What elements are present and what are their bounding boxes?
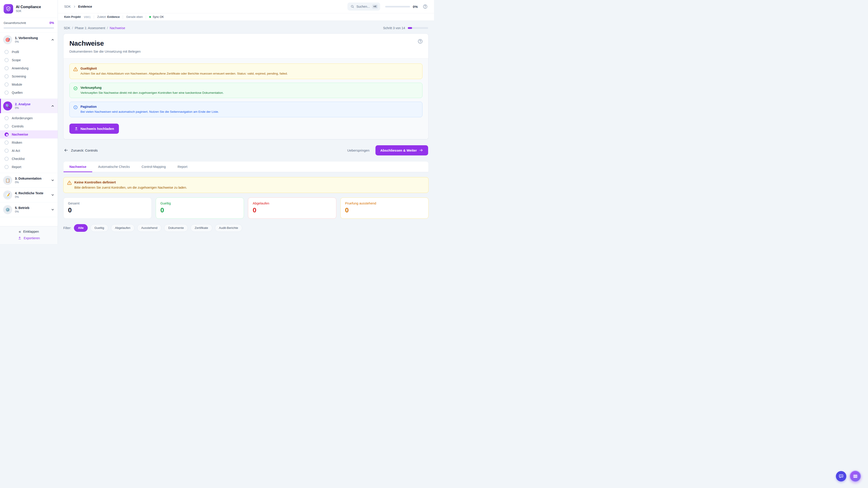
radio-icon <box>4 66 8 70</box>
filter-pill-gueltig[interactable]: Gueltig <box>90 224 108 232</box>
version-badge: V001 <box>84 15 91 19</box>
memo-pencil-icon: 📝 <box>3 191 12 199</box>
phase-percent: 0% <box>15 181 48 184</box>
upload-evidence-button[interactable]: Nachweis hochladen <box>69 124 119 134</box>
chevron-right-icon <box>73 5 76 8</box>
arrow-left-icon <box>64 148 68 153</box>
sidebar-item-profil[interactable]: Profil <box>0 48 58 56</box>
sync-status: Sync OK <box>149 15 164 19</box>
topbar-progress-value: 0% <box>413 5 418 8</box>
topbar-progress-track <box>385 6 410 7</box>
project-name: Kein Projekt <box>64 15 81 19</box>
chevron-up-icon <box>51 104 55 108</box>
sidebar-item-module[interactable]: Module <box>0 80 58 89</box>
chevron-down-icon <box>51 208 55 212</box>
phase-label: 4. Rechtliche Texte <box>15 191 48 195</box>
help-icon[interactable] <box>423 4 428 9</box>
phase-percent: 0% <box>15 40 48 43</box>
page-breadcrumb: SDK / Phase 1: Assessment / Nachweise <box>64 26 125 30</box>
sidebar-item-controls[interactable]: Controls <box>0 122 58 130</box>
tab-control-mapping[interactable]: Control-Mapping <box>135 162 172 172</box>
stat-gesamt: Gesamt 0 <box>63 197 152 219</box>
sidebar-item-risiken[interactable]: Risiken <box>0 138 58 147</box>
sidebar-item-anforderungen[interactable]: Anforderungen <box>0 114 58 122</box>
phase-label: 1. Vorbereitung <box>15 36 48 40</box>
callout-pagination: Pagination Bei vielen Nachweisen wird au… <box>69 102 423 117</box>
radio-selected-icon <box>4 132 8 136</box>
sync-ok-dot-icon <box>149 16 151 18</box>
magnifier-icon: 🔍 <box>3 101 12 110</box>
phase-header-betrieb[interactable]: ⚙️ 5. Betrieb 0% <box>0 202 58 217</box>
phase-label: 5. Betrieb <box>15 206 48 210</box>
step-progress-fill <box>408 27 412 29</box>
step-indicator: Schritt 3 von 14 <box>383 26 428 30</box>
sidebar-item-screening[interactable]: Screening <box>0 72 58 80</box>
divider <box>94 15 94 19</box>
main-area: SDK Evidence Suchen... ⌘K 0% Kein Projek… <box>58 0 434 244</box>
tab-bar: Nachweise Automatische Checks Control-Ma… <box>63 161 429 172</box>
breadcrumb-current-page: Nachweise <box>110 26 125 30</box>
complete-next-button[interactable]: Abschliessen & Weiter <box>375 145 428 156</box>
sidebar-item-scope[interactable]: Scope <box>0 56 58 64</box>
tab-automatische-checks[interactable]: Automatische Checks <box>92 162 135 172</box>
radio-icon <box>4 116 8 120</box>
last-value: Evidence <box>107 15 120 19</box>
skip-button[interactable]: Ueberspringen <box>347 149 369 152</box>
radio-icon <box>4 91 8 95</box>
page-subtitle: Dokumentieren Sie die Umsetzung mit Bele… <box>69 50 423 53</box>
gear-icon: ⚙️ <box>3 205 12 214</box>
tab-nachweise[interactable]: Nachweise <box>64 162 92 172</box>
radio-icon <box>4 50 8 54</box>
overall-progress-label: Gesamtfortschritt <box>4 21 26 25</box>
sidebar-footer: « Einklappen Exportieren <box>0 226 58 244</box>
stat-abgelaufen: Abgelaufen 0 <box>248 197 336 219</box>
back-link[interactable]: Zurueck: Controls <box>64 148 98 153</box>
phase-header-analyse[interactable]: 🔍 2. Analyse 0% <box>0 99 58 113</box>
filter-pill-abgelaufen[interactable]: Abgelaufen <box>111 224 134 232</box>
chevron-down-icon <box>51 193 55 197</box>
breadcrumb-sdk[interactable]: SDK <box>64 26 70 30</box>
last-label: Zuletzt: <box>97 15 106 19</box>
filter-pill-audit-berichte[interactable]: Audit-Berichte <box>215 224 242 232</box>
filter-pill-ausstehend[interactable]: Ausstehend <box>137 224 161 232</box>
breadcrumb-phase[interactable]: Phase 1: Assessment <box>75 26 105 30</box>
sidebar-item-quellen[interactable]: Quellen <box>0 89 58 97</box>
sidebar-item-report[interactable]: Report <box>0 163 58 171</box>
phase-betrieb: ⚙️ 5. Betrieb 0% <box>0 202 58 217</box>
sidebar-nav: 🎯 1. Vorbereitung 0% Profil Scope Anwend… <box>0 33 58 226</box>
filter-pill-zertifikate[interactable]: Zertifikate <box>191 224 212 232</box>
stat-gueltig: Gueltig 0 <box>156 197 244 219</box>
phase-header-rechtliche-texte[interactable]: 📝 4. Rechtliche Texte 0% <box>0 188 58 202</box>
search-input[interactable]: Suchen... ⌘K <box>347 2 380 11</box>
phase-header-vorbereitung[interactable]: 🎯 1. Vorbereitung 0% <box>0 33 58 47</box>
nachweise-card: Nachweise Dokumentieren Sie die Umsetzun… <box>63 33 429 139</box>
radio-icon <box>4 165 8 169</box>
phase-percent: 0% <box>15 195 48 199</box>
breadcrumb-root[interactable]: SDK <box>64 5 71 8</box>
radio-icon <box>4 58 8 62</box>
phase-analyse: 🔍 2. Analyse 0% Anforderungen Controls N… <box>0 99 58 173</box>
sidebar-item-checklist[interactable]: Checklist <box>0 155 58 163</box>
divider <box>123 15 123 19</box>
card-help-icon[interactable] <box>417 39 423 44</box>
upload-icon <box>74 127 78 131</box>
app-header: AI Compliance SDK <box>0 0 58 18</box>
sidebar-item-anwendung[interactable]: Anwendung <box>0 64 58 72</box>
tab-report[interactable]: Report <box>172 162 193 172</box>
warning-triangle-icon <box>73 67 78 76</box>
no-controls-warning: Keine Kontrollen definiert Bitte definie… <box>63 177 429 193</box>
collapse-sidebar-button[interactable]: « Einklappen <box>19 230 39 234</box>
search-icon <box>350 5 354 8</box>
radio-icon <box>4 124 8 128</box>
sidebar-item-ai-act[interactable]: AI Act <box>0 147 58 155</box>
double-chevron-left-icon: « <box>19 230 21 234</box>
page-content: SDK / Phase 1: Assessment / Nachweise Sc… <box>58 21 434 244</box>
updated-time: Gerade eben <box>126 15 143 19</box>
overall-progress-value: 0% <box>50 21 54 25</box>
filter-pill-alle[interactable]: Alle <box>74 224 88 232</box>
radio-icon <box>4 149 8 153</box>
phase-header-dokumentation[interactable]: 📋 3. Dokumentation 0% <box>0 173 58 188</box>
export-button[interactable]: Exportieren <box>18 236 40 240</box>
filter-pill-dokumente[interactable]: Dokumente <box>164 224 188 232</box>
sidebar-item-nachweise[interactable]: Nachweise <box>0 130 58 138</box>
